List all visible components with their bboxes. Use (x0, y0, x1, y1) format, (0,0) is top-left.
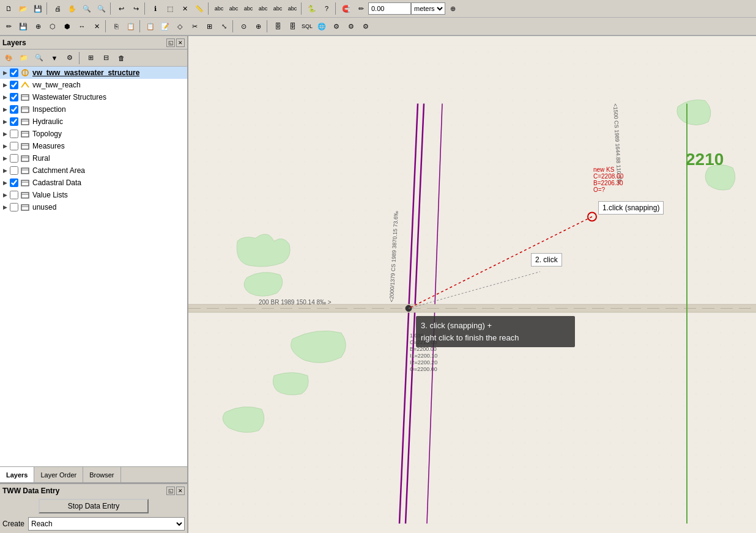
undo-btn[interactable]: ↩ (114, 2, 128, 15)
tab-layers[interactable]: Layers (0, 467, 34, 482)
web-btn[interactable]: 🌐 (315, 20, 328, 33)
magnet-btn[interactable]: 🧲 (339, 2, 353, 15)
edit-layer-btn[interactable]: ✏ (2, 20, 15, 33)
proc2-btn[interactable]: ⚙ (344, 20, 358, 33)
check-rural[interactable] (10, 154, 18, 163)
expand-hydraulic[interactable]: ▶ (1, 118, 9, 125)
att-table-btn[interactable]: 📋 (144, 20, 157, 33)
forms-btn[interactable]: 📝 (158, 20, 172, 33)
delete-btn[interactable]: ✕ (90, 20, 103, 33)
layer-item-topology[interactable]: ▶ Topology (0, 128, 187, 140)
python-btn[interactable]: 🐍 (305, 2, 319, 15)
tww-close-btn[interactable]: ✕ (176, 487, 185, 495)
select-btn[interactable]: ⬚ (163, 2, 177, 15)
expand-all-btn[interactable]: ⊞ (84, 51, 97, 65)
measure-btn[interactable]: 📏 (193, 2, 206, 15)
layer-item-measures[interactable]: ▶ Measures (0, 140, 187, 152)
db2-btn[interactable]: 🗄 (286, 20, 299, 33)
pan-btn[interactable]: ✋ (65, 2, 79, 15)
layer-item-inspection[interactable]: ▶ Inspection (0, 103, 187, 116)
expand-unused[interactable]: ▶ (1, 204, 9, 211)
check-cadastral-data[interactable] (10, 178, 18, 187)
layer-opts-btn[interactable]: ⚙ (63, 51, 76, 65)
tww-restore-btn[interactable]: ◱ (166, 487, 175, 495)
check-catchment-area[interactable] (10, 166, 18, 175)
edit-btn[interactable]: ✏ (354, 2, 368, 15)
expand-topology[interactable]: ▶ (1, 130, 9, 138)
panel-restore-btn[interactable]: ◱ (166, 39, 175, 47)
layer-tree[interactable]: ▶ vw_tww_wastewater_structure ▶ vw_tww_r… (0, 67, 187, 466)
filter-layer-btn[interactable]: 🔍 (32, 51, 46, 65)
digitize1-btn[interactable]: ⬡ (46, 20, 59, 33)
proc1-btn[interactable]: ⚙ (330, 20, 343, 33)
offset-btn[interactable]: ⤡ (217, 20, 231, 33)
expand-measures[interactable]: ▶ (1, 142, 9, 150)
layer-item-hydraulic[interactable]: ▶ Hydraulic (0, 116, 187, 128)
tab-browser[interactable]: Browser (83, 467, 120, 482)
expand-catchment-area[interactable]: ▶ (1, 167, 9, 174)
zoom-value-input[interactable] (368, 2, 411, 15)
identify-btn[interactable]: ℹ (149, 2, 162, 15)
layer-item-vw-tww-wastewater-structure[interactable]: ▶ vw_tww_wastewater_structure (0, 67, 187, 79)
deselect-btn[interactable]: ✕ (178, 2, 191, 15)
new-project-btn[interactable]: 🗋 (2, 2, 15, 15)
save-edits-btn[interactable]: 💾 (17, 20, 30, 33)
check-topology[interactable] (10, 130, 18, 138)
help-btn[interactable]: ? (320, 2, 333, 15)
expand-cadastral-data[interactable]: ▶ (1, 179, 9, 186)
print-btn[interactable]: 🖨 (51, 2, 64, 15)
filter-btn[interactable]: ▼ (48, 51, 61, 65)
add-feature-btn[interactable]: ⊕ (31, 20, 45, 33)
open-layer-style-btn[interactable]: 🎨 (2, 51, 15, 65)
zoom-in-btn[interactable]: 🔍 (80, 2, 94, 15)
check-vw-tww-reach[interactable] (10, 81, 18, 89)
sql-btn[interactable]: SQL (300, 20, 314, 33)
label2-btn[interactable]: abc (227, 2, 240, 15)
zoom-out-btn[interactable]: 🔍 (95, 2, 108, 15)
check-value-lists[interactable] (10, 191, 18, 199)
label3-btn[interactable]: abc (242, 2, 255, 15)
check-unused[interactable] (10, 203, 18, 211)
layer-item-catchment-area[interactable]: ▶ Catchment Area (0, 164, 187, 177)
move-btn[interactable]: ↔ (75, 20, 89, 33)
layer-item-wastewater-structures[interactable]: ▶ Wastewater Structures (0, 91, 187, 103)
proc3-btn[interactable]: ⚙ (359, 20, 372, 33)
remove-layer-btn[interactable]: 🗑 (114, 51, 128, 65)
expand-rural[interactable]: ▶ (1, 155, 9, 162)
layer-item-vw-tww-reach[interactable]: ▶ vw_tww_reach (0, 79, 187, 91)
check-measures[interactable] (10, 142, 18, 150)
collapse-all-btn[interactable]: ⊟ (99, 51, 113, 65)
digitize2-btn[interactable]: ⬢ (61, 20, 74, 33)
db-btn[interactable]: 🗄 (271, 20, 284, 33)
expand-vw-tww-reach[interactable]: ▶ (1, 81, 9, 89)
layer-item-value-lists[interactable]: ▶ Value Lists (0, 189, 187, 201)
check-vw-tww-wastewater-structure[interactable] (10, 68, 18, 77)
expand-value-lists[interactable]: ▶ (1, 191, 9, 199)
label4-btn[interactable]: abc (256, 2, 270, 15)
split-btn[interactable]: ✂ (188, 20, 201, 33)
units-select[interactable]: meters feet (411, 2, 445, 15)
merge-btn[interactable]: ⊞ (202, 20, 216, 33)
layer-item-rural[interactable]: ▶ Rural (0, 152, 187, 164)
copy-btn[interactable]: ⎘ (109, 20, 123, 33)
check-hydraulic[interactable] (10, 117, 18, 126)
snap-btn[interactable]: ⊙ (237, 20, 250, 33)
label6-btn[interactable]: abc (286, 2, 299, 15)
open-btn[interactable]: 📂 (17, 2, 30, 15)
check-wastewater-structures[interactable] (10, 93, 18, 101)
paste-btn[interactable]: 📋 (124, 20, 138, 33)
expand-inspection[interactable]: ▶ (1, 106, 9, 113)
crosshair-btn[interactable]: ⊕ (446, 2, 459, 15)
tab-layer-order[interactable]: Layer Order (34, 467, 83, 482)
topol-btn[interactable]: ⊕ (251, 20, 265, 33)
redo-btn[interactable]: ↪ (129, 2, 143, 15)
save-btn[interactable]: 💾 (31, 2, 45, 15)
expand-wastewater-structures[interactable]: ▶ (1, 94, 9, 101)
expand-vw-tww-wastewater-structure[interactable]: ▶ (1, 69, 9, 76)
check-inspection[interactable] (10, 105, 18, 114)
label-btn[interactable]: abc (212, 2, 226, 15)
panel-close-btn[interactable]: ✕ (176, 39, 185, 47)
stop-data-entry-button[interactable]: Stop Data Entry (39, 499, 149, 513)
layer-item-unused[interactable]: ▶ unused (0, 201, 187, 213)
label5-btn[interactable]: abc (271, 2, 284, 15)
